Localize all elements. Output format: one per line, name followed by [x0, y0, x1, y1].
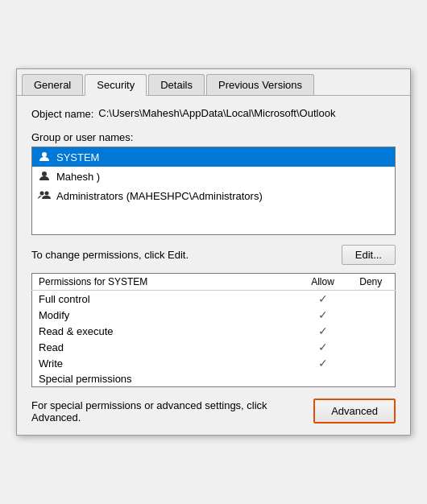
- advanced-button[interactable]: Advanced: [313, 399, 396, 423]
- permission-name: Read & execute: [32, 323, 299, 339]
- permissions-col-header: Permissions for SYSTEM: [32, 274, 299, 291]
- permission-name: Special permissions: [32, 371, 299, 387]
- user-name: SYSTEM: [56, 151, 99, 163]
- object-name-label: Object name:: [31, 107, 93, 120]
- permission-allow: ✓: [299, 339, 347, 355]
- tab-security[interactable]: Security: [85, 74, 147, 96]
- checkmark-icon: ✓: [318, 341, 328, 353]
- security-dialog: General Security Details Previous Versio…: [16, 68, 411, 436]
- user-item[interactable]: Administrators (MAHESHPC\Administrators): [32, 186, 395, 205]
- permission-name: Full control: [32, 291, 299, 308]
- tab-details[interactable]: Details: [148, 74, 205, 95]
- tab-previous-versions[interactable]: Previous Versions: [206, 74, 314, 95]
- object-name-value: C:\Users\Mahesh\AppData\Local\Microsoft\…: [98, 107, 335, 119]
- svg-point-2: [40, 192, 44, 196]
- user-name: Administrators (MAHESHPC\Administrators): [56, 190, 263, 202]
- deny-col-header: Deny: [347, 274, 396, 291]
- object-name-row: Object name: C:\Users\Mahesh\AppData\Loc…: [31, 107, 396, 120]
- group-icon: [37, 188, 52, 203]
- permission-row: Read & execute✓: [32, 323, 396, 339]
- permission-deny: [347, 291, 396, 308]
- security-content: Object name: C:\Users\Mahesh\AppData\Loc…: [17, 96, 410, 435]
- svg-point-0: [42, 152, 47, 157]
- bottom-text: For special permissions or advanced sett…: [31, 399, 305, 423]
- permissions-info-row: To change permissions, click Edit. Edit.…: [31, 245, 396, 265]
- permission-row: Read✓: [32, 339, 396, 355]
- permission-deny: [347, 307, 396, 323]
- permission-name: Write: [32, 355, 299, 371]
- permission-allow: ✓: [299, 307, 347, 323]
- tab-bar: General Security Details Previous Versio…: [17, 69, 410, 96]
- permission-allow: ✓: [299, 323, 347, 339]
- edit-button[interactable]: Edit...: [342, 245, 396, 265]
- svg-point-1: [42, 171, 47, 176]
- checkmark-icon: ✓: [318, 308, 328, 321]
- permissions-change-text: To change permissions, click Edit.: [31, 249, 342, 261]
- permissions-table: Permissions for SYSTEM Allow Deny Full c…: [31, 273, 396, 387]
- permission-row: Modify✓: [32, 307, 396, 323]
- tab-general[interactable]: General: [22, 74, 83, 95]
- system-icon: [37, 150, 52, 164]
- permission-name: Modify: [32, 307, 299, 323]
- permission-deny: [347, 355, 396, 371]
- permission-name: Read: [32, 339, 299, 355]
- checkmark-icon: ✓: [318, 292, 328, 305]
- permission-row: Write✓: [32, 355, 396, 371]
- bottom-row: For special permissions or advanced sett…: [31, 399, 396, 423]
- permission-allow: ✓: [299, 291, 347, 308]
- user-icon: [37, 169, 52, 184]
- user-name: Mahesh ): [56, 171, 100, 183]
- svg-point-3: [45, 192, 49, 196]
- permission-deny: [347, 339, 396, 355]
- user-item[interactable]: SYSTEM: [32, 147, 395, 167]
- users-list[interactable]: SYSTEM Mahesh ) Administrators (MAHESHPC…: [31, 147, 396, 235]
- allow-col-header: Allow: [299, 274, 347, 291]
- permission-allow: ✓: [299, 355, 347, 371]
- permission-row: Full control✓: [32, 291, 396, 308]
- user-item[interactable]: Mahesh ): [32, 167, 395, 186]
- checkmark-icon: ✓: [318, 357, 328, 370]
- permission-deny: [347, 371, 396, 387]
- checkmark-icon: ✓: [318, 324, 328, 337]
- permission-allow: [299, 371, 347, 387]
- permission-row: Special permissions: [32, 371, 396, 387]
- group-label: Group or user names:: [31, 131, 396, 143]
- permission-deny: [347, 323, 396, 339]
